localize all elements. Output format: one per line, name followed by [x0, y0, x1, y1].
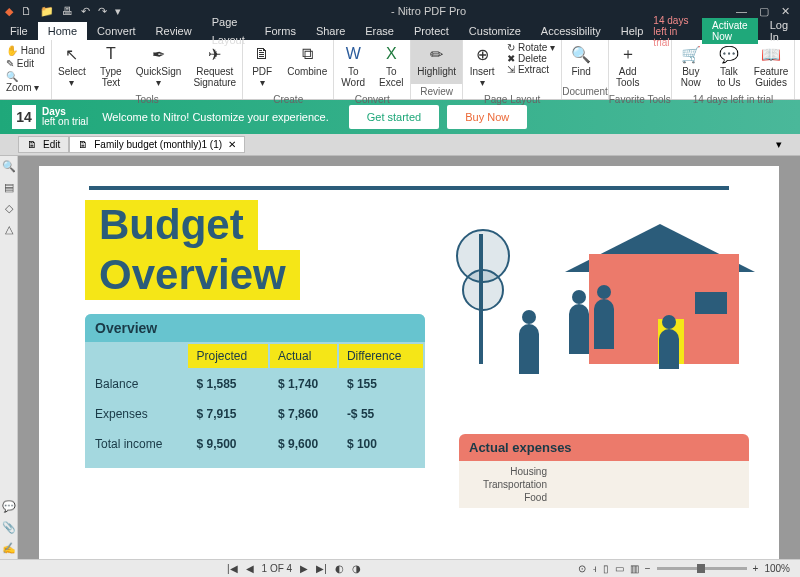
menu-bar: File Home Convert Review Page Layout For… — [0, 22, 800, 40]
tab-file[interactable]: File — [0, 22, 38, 40]
cart-icon: 🛒 — [681, 44, 701, 64]
highlighter-icon: ✏ — [430, 44, 443, 64]
days-label: Daysleft on trial — [42, 107, 88, 127]
buy-now-button[interactable]: Buy Now — [447, 105, 527, 129]
pdf-page: Budget Overview Overview ProjectedActual… — [39, 166, 779, 559]
next-page-icon[interactable]: ▶ — [300, 563, 308, 574]
typetext-button[interactable]: TType Text — [92, 40, 130, 92]
new-icon[interactable]: 🗋 — [21, 5, 32, 17]
tab-forms[interactable]: Forms — [255, 22, 306, 40]
overview-heading: Overview — [85, 314, 425, 342]
quicksign-button[interactable]: ✒QuickSign▾ — [130, 40, 188, 92]
minimize-icon[interactable]: — — [736, 5, 747, 18]
talktous-button[interactable]: 💬Talk to Us — [710, 40, 748, 92]
book-icon: 📖 — [761, 44, 781, 64]
tab-home[interactable]: Home — [38, 22, 87, 40]
col-diff: Difference — [339, 344, 423, 368]
maximize-icon[interactable]: ▢ — [759, 5, 769, 18]
extract-button[interactable]: ⇲ Extract — [507, 64, 549, 75]
window-graphic — [695, 292, 727, 314]
group-label-review: Review — [411, 84, 462, 99]
ribbon-left-tools: ✋ Hand ✎ Edit 🔍 Zoom ▾ — [0, 40, 52, 99]
close-icon[interactable]: ✕ — [781, 5, 790, 18]
select-button[interactable]: ↖Select▾ — [52, 40, 92, 92]
person-graphic — [569, 304, 589, 354]
reqsig-button[interactable]: ✈Request Signature — [187, 40, 242, 92]
table-row: Expenses$ 7,915$ 7,860-$ 55 — [87, 400, 423, 428]
document-tab[interactable]: 🗎 Family budget (monthly)1 (1) ✕ — [69, 136, 245, 153]
overview-table: ProjectedActualDifference Balance$ 1,585… — [85, 342, 425, 460]
view-width-icon[interactable]: ⫞ — [592, 563, 597, 574]
person-graphic — [519, 324, 539, 374]
open-icon[interactable]: 📁 — [40, 5, 54, 18]
undo-icon[interactable]: ↶ — [81, 5, 90, 18]
group-label-tools: Tools — [52, 92, 242, 107]
edit-tab[interactable]: 🗎 Edit — [18, 136, 69, 153]
search-panel-icon[interactable]: 🔍 — [2, 160, 16, 173]
nav-fwd-icon[interactable]: ◑ — [352, 563, 361, 574]
window-controls: — ▢ ✕ — [736, 5, 795, 18]
status-bar: |◀ ◀ 1 OF 4 ▶ ▶| ◐ ◑ ⊙ ⫞ ▯ ▭ ▥ − + 100% — [0, 559, 800, 577]
insert-button[interactable]: ⊕Insert▾ — [463, 40, 501, 92]
doc-title-2: Overview — [85, 250, 300, 300]
tab-convert[interactable]: Convert — [87, 22, 146, 40]
app-icon: ◆ — [5, 5, 13, 18]
comment-panel-icon[interactable]: 💬 — [2, 500, 16, 513]
document-viewport[interactable]: Budget Overview Overview ProjectedActual… — [18, 156, 800, 559]
get-started-button[interactable]: Get started — [349, 105, 439, 129]
tab-review[interactable]: Review — [146, 22, 202, 40]
edit-tool[interactable]: ✎ Edit — [6, 57, 45, 70]
tab-help[interactable]: Help — [611, 22, 654, 40]
zoom-slider[interactable] — [657, 567, 747, 570]
buynow-button[interactable]: 🛒Buy Now — [672, 40, 710, 92]
tab-share[interactable]: Share — [306, 22, 355, 40]
tab-erase[interactable]: Erase — [355, 22, 404, 40]
page-top-rule — [89, 186, 729, 190]
tag-panel-icon[interactable]: △ — [5, 223, 13, 236]
view-single-icon[interactable]: ▯ — [603, 563, 609, 574]
zoom-in-icon[interactable]: + — [753, 563, 759, 574]
view-two-icon[interactable]: ▥ — [630, 563, 639, 574]
hand-tool[interactable]: ✋ Hand — [6, 44, 45, 57]
highlight-button[interactable]: ✏Highlight — [411, 40, 462, 84]
person-graphic — [659, 329, 679, 369]
actexp-heading: Actual expenses — [459, 434, 749, 461]
exp-cat: Food — [467, 491, 547, 504]
last-page-icon[interactable]: ▶| — [316, 563, 327, 574]
insert-icon: ⊕ — [476, 44, 489, 64]
quick-access-toolbar: ◆ 🗋 📁 🖶 ↶ ↷ ▾ — [5, 5, 121, 18]
toword-button[interactable]: WTo Word — [334, 40, 372, 92]
combine-icon: ⧉ — [302, 44, 313, 64]
doc-title-1: Budget — [85, 200, 258, 250]
zoom-out-icon[interactable]: − — [645, 563, 651, 574]
tabs-menu-icon[interactable]: ▾ — [776, 138, 782, 151]
view-cont-icon[interactable]: ▭ — [615, 563, 624, 574]
view-fit-icon[interactable]: ⊙ — [578, 563, 586, 574]
sign-panel-icon[interactable]: ✍ — [2, 542, 16, 555]
close-tab-icon[interactable]: ✕ — [228, 139, 236, 150]
combine-button[interactable]: ⧉Combine — [281, 40, 333, 92]
plus-icon: ＋ — [620, 44, 636, 64]
page-indicator: 1 OF 4 — [262, 563, 293, 574]
redo-icon[interactable]: ↷ — [98, 5, 107, 18]
tab-customize[interactable]: Customize — [459, 22, 531, 40]
save-icon[interactable]: 🖶 — [62, 5, 73, 17]
ribbon-group-create: 🗎PDF▾ ⧉Combine Create — [243, 40, 334, 99]
bookmark-panel-icon[interactable]: ◇ — [5, 202, 13, 215]
zoom-tool[interactable]: 🔍 Zoom ▾ — [6, 70, 45, 94]
attach-panel-icon[interactable]: 📎 — [2, 521, 16, 534]
toexcel-button[interactable]: XTo Excel — [372, 40, 410, 92]
first-page-icon[interactable]: |◀ — [227, 563, 238, 574]
addtools-button[interactable]: ＋Add Tools — [609, 40, 647, 92]
layers-panel-icon[interactable]: ▤ — [4, 181, 14, 194]
rotate-button[interactable]: ↻ Rotate ▾ — [507, 42, 555, 53]
delete-button[interactable]: ✖ Delete — [507, 53, 547, 64]
prev-page-icon[interactable]: ◀ — [246, 563, 254, 574]
tab-accessibility[interactable]: Accessibility — [531, 22, 611, 40]
pdf-button[interactable]: 🗎PDF▾ — [243, 40, 281, 92]
ribbon-group-tools: ↖Select▾ TType Text ✒QuickSign▾ ✈Request… — [52, 40, 243, 99]
tab-protect[interactable]: Protect — [404, 22, 459, 40]
find-button[interactable]: 🔍Find — [562, 40, 600, 84]
guides-button[interactable]: 📖Feature Guides — [748, 40, 794, 92]
nav-back-icon[interactable]: ◐ — [335, 563, 344, 574]
